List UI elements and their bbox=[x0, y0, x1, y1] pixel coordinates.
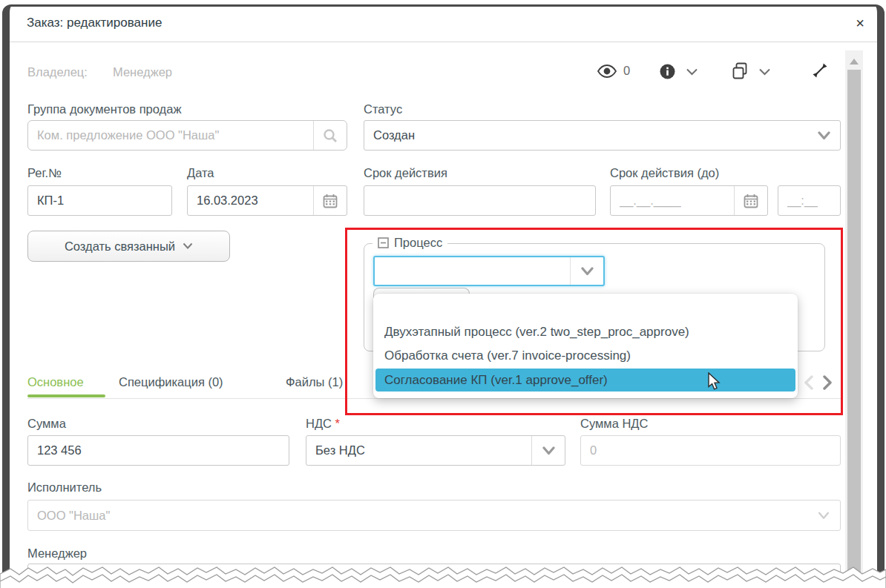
reg-no-value: КП-1 bbox=[37, 194, 64, 208]
scrollbar-thumb[interactable] bbox=[847, 70, 861, 588]
status-value: Создан bbox=[373, 128, 415, 142]
validity-until-time-input[interactable]: __:__ bbox=[778, 185, 841, 216]
tab-specification[interactable]: Спецификация (0) bbox=[119, 375, 223, 389]
calendar-icon[interactable] bbox=[734, 186, 767, 215]
executor-value: ООО "Наша" bbox=[37, 509, 110, 523]
scrollbar[interactable] bbox=[845, 50, 863, 588]
info-chevron-down-icon[interactable] bbox=[686, 67, 698, 76]
mouse-cursor bbox=[706, 372, 723, 394]
calendar-icon[interactable] bbox=[313, 186, 347, 215]
status-label: Статус bbox=[364, 102, 402, 116]
order-edit-dialog: Заказ: редактирование × Владелец: Менедж… bbox=[0, 0, 886, 588]
collapse-icon[interactable] bbox=[378, 237, 389, 248]
page-title: Заказ: редактирование bbox=[27, 16, 162, 30]
copy-icon[interactable] bbox=[730, 61, 749, 80]
date-input[interactable]: 16.03.2023 bbox=[187, 185, 347, 216]
status-chevron-down-icon[interactable] bbox=[807, 121, 840, 150]
create-related-label: Создать связанный bbox=[65, 240, 175, 254]
validity-until-label: Срок действия (до) bbox=[610, 166, 719, 180]
amount-value: 123 456 bbox=[37, 443, 82, 457]
scrollbar-up-arrow-icon[interactable] bbox=[850, 59, 859, 65]
eye-icon bbox=[597, 63, 617, 79]
owner-label: Владелец: bbox=[27, 65, 88, 79]
reg-no-input[interactable]: КП-1 bbox=[27, 185, 172, 216]
vat-amount-label: Сумма НДС bbox=[580, 417, 648, 431]
dropdown-option-1[interactable]: Двухэтапный процесс (ver.2 two_step_proc… bbox=[375, 320, 795, 343]
process-dropdown-list: Двухэтапный процесс (ver.2 two_step_proc… bbox=[373, 294, 798, 398]
manager-label: Менеджер bbox=[27, 546, 87, 561]
tab-main[interactable]: Основное bbox=[27, 375, 84, 389]
vat-amount-value: 0 bbox=[590, 443, 597, 457]
process-chevron-down-icon[interactable] bbox=[570, 257, 603, 285]
vat-value: Без НДС bbox=[315, 443, 365, 457]
executor-label: Исполнитель bbox=[27, 480, 102, 495]
validity-input[interactable] bbox=[364, 185, 596, 216]
reg-no-label: Рег.№ bbox=[27, 166, 62, 180]
info-icon[interactable] bbox=[659, 63, 675, 79]
views-count: 0 bbox=[623, 64, 630, 78]
expand-icon[interactable] bbox=[812, 62, 828, 79]
date-value: 16.03.2023 bbox=[197, 194, 258, 208]
validity-label: Срок действия bbox=[364, 166, 447, 180]
validity-until-time-mask: __:__ bbox=[787, 194, 818, 208]
doc-group-input[interactable]: Ком. предложение ООО "Наша" bbox=[27, 120, 347, 151]
search-icon[interactable] bbox=[313, 121, 347, 150]
tabs-scroll-left-icon[interactable] bbox=[801, 375, 815, 390]
vat-select[interactable]: Без НДС bbox=[306, 435, 565, 466]
doc-group-label: Группа документов продаж bbox=[27, 102, 181, 116]
executor-select: ООО "Наша" bbox=[27, 500, 841, 531]
date-label: Дата bbox=[187, 166, 214, 180]
executor-chevron-down-icon bbox=[807, 501, 840, 530]
amount-label: Сумма bbox=[27, 417, 66, 431]
dropdown-option-3[interactable]: Согласование КП (ver.1 approve_offer) bbox=[375, 369, 795, 392]
button-chevron-down-icon bbox=[183, 242, 193, 250]
required-mark: * bbox=[335, 417, 340, 430]
vat-label: НДС * bbox=[306, 417, 340, 431]
validity-until-date-mask: __.__.____ bbox=[620, 194, 681, 208]
amount-input[interactable]: 123 456 bbox=[27, 435, 289, 466]
vat-amount-input: 0 bbox=[580, 435, 841, 466]
active-tab-underline bbox=[27, 394, 105, 397]
status-select[interactable]: Создан bbox=[364, 120, 841, 151]
process-legend-label: Процесс bbox=[394, 236, 442, 250]
create-related-button[interactable]: Создать связанный bbox=[27, 231, 230, 262]
doc-group-value: Ком. предложение ООО "Наша" bbox=[37, 128, 219, 142]
owner-value: Менеджер bbox=[113, 65, 172, 79]
tab-files[interactable]: Файлы (1) bbox=[286, 375, 343, 389]
validity-until-date-input[interactable]: __.__.____ bbox=[610, 185, 768, 216]
dropdown-option-2[interactable]: Обработка счета (ver.7 invoice-processin… bbox=[375, 344, 795, 367]
close-icon[interactable]: × bbox=[850, 13, 870, 33]
copy-chevron-down-icon[interactable] bbox=[758, 67, 770, 76]
manager-input[interactable] bbox=[27, 564, 841, 586]
tabs-divider bbox=[27, 398, 843, 399]
titlebar-divider bbox=[10, 42, 877, 42]
vat-chevron-down-icon[interactable] bbox=[531, 436, 565, 465]
process-combobox[interactable] bbox=[373, 256, 605, 286]
tabs-scroll-right-icon[interactable] bbox=[821, 375, 834, 390]
